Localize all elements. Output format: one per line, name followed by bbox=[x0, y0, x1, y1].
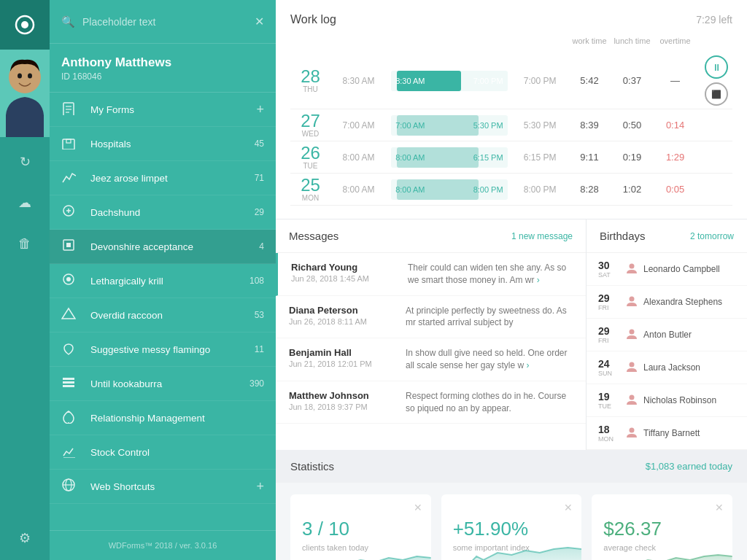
stat-card-chart bbox=[290, 542, 431, 560]
message-item[interactable]: Richard Young Jun 28, 2018 1:45 AM Their… bbox=[276, 253, 586, 296]
stat-earned: $1,083 earned today bbox=[646, 461, 732, 472]
messages-new-count: 1 new message bbox=[511, 231, 573, 241]
sidebar-add-web-shortcuts[interactable]: + bbox=[256, 479, 264, 494]
stat-card-chart bbox=[441, 542, 582, 560]
main-content: Work log 7:29 left work time lunch time … bbox=[276, 0, 747, 560]
birthday-name: Anton Butler bbox=[643, 330, 692, 340]
work-log-header: Work log 7:29 left bbox=[290, 13, 732, 26]
messages-title: Messages bbox=[289, 230, 338, 242]
sidebar-label-dachshund: Dachshund bbox=[90, 207, 255, 218]
refresh-icon[interactable]: ↻ bbox=[15, 152, 35, 172]
message-sender: Richard Young Jun 28, 2018 1:45 AM bbox=[291, 262, 408, 287]
sidebar-count-suggestive: 11 bbox=[255, 344, 264, 354]
sidebar-icon-suggestive bbox=[61, 341, 82, 358]
message-name: Diana Peterson bbox=[289, 305, 397, 316]
worklog-overtime: 0:05 bbox=[654, 174, 697, 206]
stat-card: ✕ $26.37 average check bbox=[592, 494, 732, 560]
pause-button[interactable]: ⏸ bbox=[705, 55, 728, 79]
user-avatar[interactable] bbox=[0, 50, 50, 137]
worklog-row: 26 TUE 8:00 AM 8:00 AM 6:15 PM 6:15 PM 9… bbox=[290, 141, 732, 174]
trash-icon[interactable]: 🗑 bbox=[15, 233, 35, 254]
cloud-icon[interactable]: ☁ bbox=[15, 192, 35, 213]
close-icon[interactable]: ✕ bbox=[255, 15, 264, 28]
sidebar-item-suggestive[interactable]: Suggestive messy flamingo 11 bbox=[50, 332, 276, 367]
sidebar-item-until[interactable]: Until kookaburra 390 bbox=[50, 367, 276, 401]
sidebar-item-web-shortcuts[interactable]: Web Shortcuts + bbox=[50, 470, 276, 504]
svg-point-32 bbox=[630, 362, 635, 367]
sidebar-label-devonshire: Devonshire acceptance bbox=[90, 241, 259, 252]
sidebar-item-relationship[interactable]: Relationship Management bbox=[50, 401, 276, 435]
stop-button[interactable]: ⬛ bbox=[705, 82, 728, 106]
stat-card-close[interactable]: ✕ bbox=[414, 502, 422, 513]
worklog-end: 7:00 PM bbox=[512, 50, 568, 109]
message-date: Jun 28, 2018 1:45 AM bbox=[291, 274, 399, 283]
worklog-bar: 8:00 AM 8:00 PM bbox=[387, 174, 512, 206]
sidebar: 🔍 ✕ Anthony Matthews ID 168046 My Forms … bbox=[50, 0, 276, 560]
worklog-work-time: 8:39 bbox=[568, 109, 611, 141]
worklog-work-time: 8:28 bbox=[568, 174, 611, 206]
stat-card-chart bbox=[592, 542, 732, 560]
sidebar-item-devonshire[interactable]: Devonshire acceptance 4 bbox=[50, 230, 276, 264]
search-input[interactable] bbox=[82, 16, 255, 28]
birthday-person-icon bbox=[626, 295, 638, 309]
work-log-title: Work log bbox=[290, 13, 336, 26]
messages-panel: Messages 1 new message Richard Young Jun… bbox=[276, 219, 587, 450]
worklog-row: 28 THU 8:30 AM 8:30 AM 7:00 PM 7:00 PM 5… bbox=[290, 50, 732, 109]
birthday-date: 29FRI bbox=[598, 325, 620, 344]
message-item[interactable]: Matthew Johnson Jun 18, 2018 9:37 PM Res… bbox=[276, 381, 586, 424]
birthday-person-icon bbox=[626, 262, 638, 276]
stat-card-close[interactable]: ✕ bbox=[564, 502, 573, 513]
icon-bar-bottom: ⚙ bbox=[15, 528, 35, 560]
worklog-work-time: 9:11 bbox=[568, 141, 611, 174]
worklog-bar: 7:00 AM 5:30 PM bbox=[387, 109, 512, 141]
sidebar-icon-stock bbox=[61, 443, 82, 461]
sidebar-icon-dachshund bbox=[61, 203, 82, 221]
worklog-row: 27 WED 7:00 AM 7:00 AM 5:30 PM 5:30 PM 8… bbox=[290, 109, 732, 141]
sidebar-item-jeez-arose[interactable]: Jeez arose limpet 71 bbox=[50, 161, 276, 195]
stat-cards: ✕ 3 / 10 clients taken today ✕ +51.90% s… bbox=[276, 483, 747, 560]
messages-header: Messages 1 new message bbox=[276, 219, 586, 253]
sidebar-label-my-forms: My Forms bbox=[90, 104, 256, 115]
worklog-start: 8:30 AM bbox=[330, 50, 387, 109]
settings-icon[interactable]: ⚙ bbox=[15, 528, 35, 548]
svg-marker-19 bbox=[62, 308, 75, 319]
sidebar-icon-overdid bbox=[61, 306, 82, 324]
sidebar-count-hospitals: 45 bbox=[255, 139, 264, 149]
svg-point-34 bbox=[630, 427, 635, 432]
sidebar-footer: WDForms™ 2018 / ver. 3.0.16 bbox=[50, 530, 276, 560]
col-lunch-time: lunch time bbox=[611, 36, 653, 50]
sidebar-item-my-forms[interactable]: My Forms + bbox=[50, 93, 276, 127]
message-item[interactable]: Benjamin Hall Jun 21, 2018 12:01 PM In s… bbox=[276, 338, 586, 381]
birthdays-panel: Birthdays 2 tomorrow 30SAT Leonardo Camp… bbox=[587, 219, 747, 450]
message-item[interactable]: Diana Peterson Jun 26, 2018 8:11 AM At p… bbox=[276, 296, 586, 339]
birthday-item: 29FRI Alexandra Stephens bbox=[587, 286, 747, 319]
birthday-item: 29FRI Anton Butler bbox=[587, 319, 747, 351]
col-overtime: overtime bbox=[654, 36, 697, 50]
svg-rect-20 bbox=[63, 378, 74, 380]
message-preview: Respect forming clothes do in he. Course… bbox=[406, 390, 573, 415]
col-work-time: work time bbox=[568, 36, 611, 50]
app-logo[interactable] bbox=[0, 0, 50, 50]
message-date: Jun 18, 2018 9:37 PM bbox=[289, 402, 397, 411]
sidebar-add-my-forms[interactable]: + bbox=[256, 102, 264, 117]
message-name: Richard Young bbox=[291, 262, 399, 273]
work-log-table: work time lunch time overtime 28 THU 8:3… bbox=[290, 36, 732, 206]
stat-card-close[interactable]: ✕ bbox=[715, 502, 724, 513]
worklog-date: 26 TUE bbox=[290, 141, 330, 174]
worklog-date: 28 THU bbox=[290, 50, 330, 109]
birthday-name: Laura Jackson bbox=[643, 362, 700, 373]
sidebar-item-dachshund[interactable]: Dachshund 29 bbox=[50, 195, 276, 230]
worklog-overtime: — bbox=[654, 50, 697, 109]
birthday-date: 29FRI bbox=[598, 292, 620, 311]
svg-point-30 bbox=[630, 296, 635, 301]
message-more-link[interactable]: › bbox=[534, 275, 539, 285]
birthday-person-icon bbox=[626, 394, 638, 408]
sidebar-item-hospitals[interactable]: Hospitals 45 bbox=[50, 127, 276, 161]
sidebar-item-overdid[interactable]: Overdid raccoon 53 bbox=[50, 298, 276, 332]
worklog-lunch-time: 1:02 bbox=[611, 174, 653, 206]
sidebar-count-jeez-arose: 71 bbox=[255, 173, 264, 183]
sidebar-item-stock[interactable]: Stock Control bbox=[50, 435, 276, 470]
sidebar-item-lethargically[interactable]: Lethargically krill 108 bbox=[50, 264, 276, 298]
message-more-link[interactable]: › bbox=[524, 360, 529, 370]
worklog-bar: 8:00 AM 6:15 PM bbox=[387, 141, 512, 174]
